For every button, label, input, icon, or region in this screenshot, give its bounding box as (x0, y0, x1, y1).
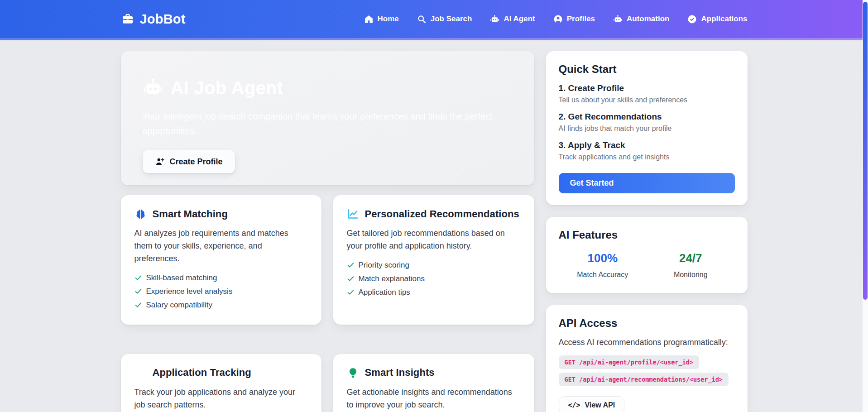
create-profile-button[interactable]: Create Profile (143, 150, 235, 173)
nav-item-home[interactable]: Home (364, 14, 399, 24)
view-api-label: View API (585, 401, 615, 409)
feature-title: Smart Insights (365, 367, 435, 378)
checklist-item: Salary compatibility (134, 298, 308, 312)
feature-grid: Smart Matching AI analyzes job requireme… (121, 195, 534, 412)
checklist-item: Skill-based matching (134, 271, 308, 285)
feature-card-personalized-recommendations: Personalized Recommendations Get tailore… (333, 195, 534, 325)
briefcase-icon (121, 12, 134, 26)
feature-description: Get tailored job recommendations based o… (347, 227, 521, 253)
code-icon: </> (568, 401, 580, 409)
quick-start-step: 1. Create Profile Tell us about your ski… (559, 83, 735, 104)
api-endpoint-chip: GET /api/ai-agent/recommendations/<user_… (559, 373, 729, 386)
checklist-item: Experience level analysis (134, 285, 308, 298)
search-icon (417, 14, 427, 24)
nav-item-label: Applications (701, 14, 747, 24)
robot-icon (490, 14, 499, 24)
hero-subtitle: Your intelligent job search companion th… (143, 109, 513, 138)
stat-match-accuracy: 100% Match Accuracy (559, 251, 647, 279)
brand-name: JobBot (140, 12, 186, 27)
feature-title: Smart Matching (153, 208, 228, 220)
check-icon (347, 288, 355, 296)
nav-item-label: Job Search (431, 14, 472, 24)
feature-checklist: Priority scoring Match explanations Appl… (347, 259, 521, 299)
nav-item-applications[interactable]: Applications (687, 14, 747, 24)
stat-monitoring: 24/7 Monitoring (647, 251, 735, 279)
check-circle-icon (687, 14, 697, 24)
api-access-card: API Access Access AI recommendations pro… (546, 305, 748, 412)
feature-card-smart-matching: Smart Matching AI analyzes job requireme… (121, 195, 321, 325)
checklist-item: Priority scoring (347, 259, 521, 272)
user-circle-icon (553, 14, 563, 24)
api-access-description: Access AI recommendations programmatical… (559, 338, 735, 347)
nav-item-label: Profiles (567, 14, 595, 24)
scrollbar-track[interactable] (863, 0, 868, 412)
nav-item-label: Home (378, 14, 399, 24)
nav-item-profiles[interactable]: Profiles (553, 14, 595, 24)
feature-description: AI analyzes job requirements and matches… (134, 227, 308, 265)
check-icon (134, 287, 142, 295)
feature-title: Personalized Recommendations (365, 208, 519, 220)
nav-links: Home Job Search AI Agent Profiles Automa… (364, 14, 748, 24)
quick-start-step: 2. Get Recommendations AI finds jobs tha… (559, 112, 735, 133)
feature-card-application-tracking: Application Tracking Track your job appl… (121, 354, 321, 412)
line-chart-icon (347, 208, 359, 220)
top-navbar: JobBot Home Job Search AI Agent Profiles… (0, 0, 868, 38)
feature-description: Track your job applications and analyze … (134, 386, 308, 412)
check-icon (347, 261, 355, 269)
nav-item-ai-agent[interactable]: AI Agent (490, 14, 535, 24)
brain-icon (134, 208, 147, 220)
view-api-button[interactable]: </> View API (559, 396, 625, 412)
checklist-item: Match explanations (347, 272, 521, 286)
api-access-title: API Access (559, 317, 735, 330)
nav-item-label: AI Agent (504, 14, 535, 24)
scrollbar-thumb[interactable] (863, 2, 868, 300)
feature-card-smart-insights: Smart Insights Get actionable insights a… (333, 354, 534, 412)
api-endpoint-chip: GET /api/ai-agent/profile/<user_id> (559, 355, 699, 369)
quick-start-title: Quick Start (559, 63, 735, 76)
ai-features-card: AI Features 100% Match Accuracy 24/7 Mon… (546, 217, 748, 293)
ai-features-title: AI Features (559, 229, 735, 241)
blank-icon (134, 367, 147, 379)
brand-logo[interactable]: JobBot (121, 12, 186, 27)
check-icon (134, 274, 142, 282)
robot-icon (613, 14, 623, 24)
create-profile-label: Create Profile (170, 157, 223, 167)
user-plus-icon (155, 157, 165, 167)
feature-title: Application Tracking (153, 367, 251, 378)
home-icon (364, 14, 374, 24)
nav-item-job-search[interactable]: Job Search (417, 14, 472, 24)
get-started-button[interactable]: Get Started (559, 173, 735, 193)
check-icon (134, 301, 142, 309)
feature-checklist: Skill-based matching Experience level an… (134, 271, 308, 312)
nav-item-automation[interactable]: Automation (613, 14, 669, 24)
check-icon (347, 275, 355, 283)
hero-banner: AI Job Agent Your intelligent job search… (121, 51, 534, 185)
quick-start-step: 3. Apply & Track Track applications and … (559, 140, 735, 161)
nav-item-label: Automation (627, 14, 669, 24)
lightbulb-icon (347, 367, 359, 379)
feature-description: Get actionable insights and recommendati… (347, 386, 521, 412)
checklist-item: Application tips (347, 286, 521, 299)
page-title: AI Job Agent (171, 78, 283, 98)
robot-icon (143, 77, 163, 98)
quick-start-card: Quick Start 1. Create Profile Tell us ab… (546, 51, 748, 205)
